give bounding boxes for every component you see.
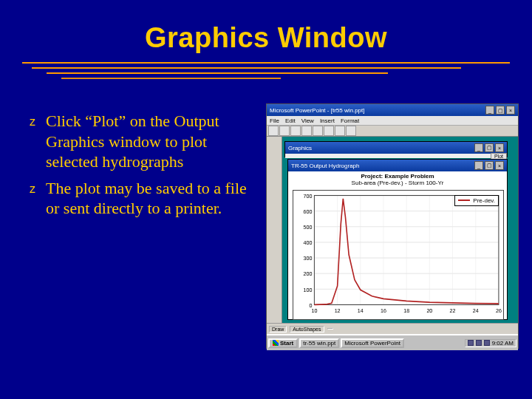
toolbar-button[interactable]: [290, 126, 301, 136]
maximize-icon[interactable]: ▢: [485, 143, 494, 152]
svg-text:14: 14: [358, 307, 364, 314]
plot-window-titlebar[interactable]: TR-55 Output Hydrograph _ ▢ ×: [288, 160, 507, 171]
windows-taskbar[interactable]: Start tr-55 win.ppt Microsoft PowerPoint…: [267, 334, 518, 350]
menu-item[interactable]: View: [301, 117, 314, 124]
svg-text:12: 12: [335, 307, 341, 314]
status-cell: Draw: [269, 326, 287, 332]
minimize-icon[interactable]: _: [474, 161, 483, 170]
windows-flag-icon: [273, 340, 279, 346]
status-cell: AutoShapes: [290, 326, 324, 332]
app-statusbar: Draw AutoShapes: [267, 323, 518, 334]
svg-text:20: 20: [426, 307, 432, 314]
start-label: Start: [280, 340, 293, 347]
toolbar-button[interactable]: [346, 126, 356, 136]
plot-header: Project: Example Problem Sub-area (Pre-d…: [288, 171, 507, 187]
maximize-icon[interactable]: ▢: [485, 161, 494, 170]
toolbar-button[interactable]: [335, 126, 345, 136]
graphics-window-titlebar[interactable]: Graphics _ ▢ ×: [285, 142, 507, 154]
minimize-icon[interactable]: _: [485, 106, 494, 115]
toolbar-button[interactable]: [324, 126, 334, 136]
side-ruler: [267, 137, 282, 323]
maximize-icon[interactable]: ▢: [496, 106, 505, 115]
svg-text:300: 300: [304, 255, 313, 262]
svg-text:400: 400: [304, 239, 313, 246]
tray-icon[interactable]: [484, 340, 490, 346]
app-menubar[interactable]: File Edit View Insert Format: [267, 116, 518, 126]
toolbar-button[interactable]: [268, 126, 279, 136]
hydrograph-svg: 0100200300400500600700101214161820222426: [293, 191, 503, 319]
menu-item[interactable]: File: [270, 117, 279, 124]
svg-text:16: 16: [381, 307, 386, 314]
close-icon[interactable]: ×: [506, 106, 515, 115]
svg-text:24: 24: [473, 307, 479, 314]
plot-area: 0100200300400500600700101214161820222426…: [293, 190, 504, 320]
toolbar-button[interactable]: [313, 126, 323, 136]
system-tray[interactable]: 9:02 AM: [465, 339, 516, 347]
menu-item[interactable]: Edit: [285, 117, 296, 124]
start-button[interactable]: Start: [268, 338, 298, 348]
page-title: Graphics Window: [0, 22, 532, 54]
plot-legend: Pre-dev.: [454, 195, 499, 206]
minimize-icon[interactable]: _: [474, 143, 483, 152]
app-window-titlebar[interactable]: Microsoft PowerPoint - [tr55 win.ppt] _ …: [267, 104, 518, 116]
close-icon[interactable]: ×: [495, 143, 504, 152]
legend-label: Pre-dev.: [473, 197, 495, 204]
plot-subtitle-text: Sub-area (Pre-dev.) - Storm 100-Yr: [288, 180, 507, 187]
svg-text:200: 200: [304, 270, 313, 277]
svg-text:18: 18: [403, 307, 409, 314]
svg-text:500: 500: [304, 223, 313, 230]
bullet-item: Click “Plot” on the Output Graphics wind…: [30, 111, 259, 172]
status-cell: [327, 328, 333, 330]
menu-item[interactable]: Format: [341, 117, 359, 124]
svg-text:700: 700: [304, 192, 313, 199]
bullet-item: The plot may be saved to a file or sent …: [30, 178, 259, 219]
menu-item[interactable]: Insert: [320, 117, 335, 124]
embedded-screenshot: Microsoft PowerPoint - [tr55 win.ppt] _ …: [266, 103, 519, 349]
svg-text:22: 22: [450, 307, 456, 314]
body-text: Click “Plot” on the Output Graphics wind…: [30, 111, 259, 225]
app-toolbar: [267, 126, 518, 137]
graphics-output-window[interactable]: Graphics _ ▢ × Plot: [284, 141, 508, 157]
svg-text:100: 100: [304, 286, 313, 293]
svg-text:26: 26: [496, 307, 502, 314]
clock: 9:02 AM: [492, 340, 514, 347]
hydrograph-plot-window[interactable]: TR-55 Output Hydrograph _ ▢ × Project: E…: [287, 159, 508, 320]
plot-window-title: TR-55 Output Hydrograph: [291, 163, 360, 169]
tray-icon[interactable]: [468, 340, 474, 346]
close-icon[interactable]: ×: [495, 161, 504, 170]
toolbar-button[interactable]: [301, 126, 312, 136]
svg-text:10: 10: [311, 307, 317, 314]
title-underline: [22, 62, 510, 81]
inner-desktop: Graphics _ ▢ × Plot TR-55 Output Hydrogr…: [267, 137, 518, 323]
legend-swatch-icon: [458, 200, 470, 201]
app-window-title: Microsoft PowerPoint - [tr55 win.ppt]: [270, 107, 365, 114]
toolbar-button[interactable]: [279, 126, 290, 136]
svg-text:600: 600: [304, 208, 313, 214]
taskbar-item[interactable]: tr-55 win.ppt: [299, 338, 339, 348]
graphics-window-title: Graphics: [288, 145, 312, 151]
taskbar-item[interactable]: Microsoft PowerPoint: [341, 338, 404, 348]
tray-icon[interactable]: [476, 340, 482, 346]
